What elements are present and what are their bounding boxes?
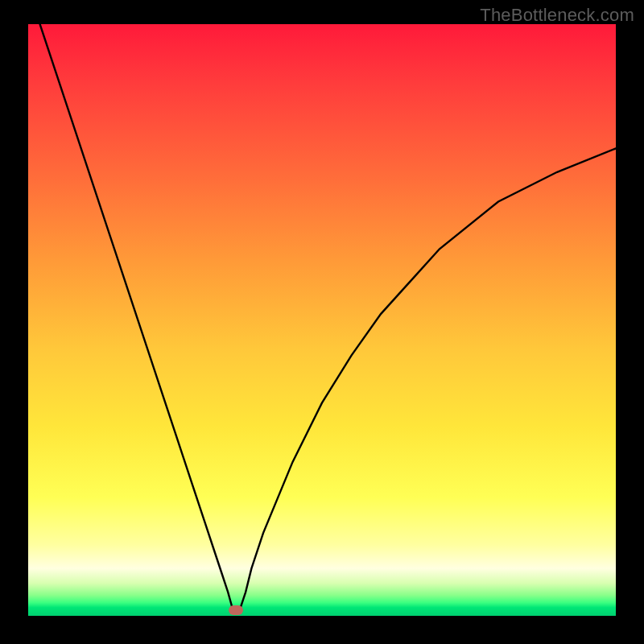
curve-path bbox=[40, 24, 616, 613]
plot-area bbox=[28, 24, 616, 616]
watermark-text: TheBottleneck.com bbox=[480, 5, 634, 26]
bottleneck-curve bbox=[28, 24, 616, 616]
optimum-marker bbox=[229, 605, 243, 615]
